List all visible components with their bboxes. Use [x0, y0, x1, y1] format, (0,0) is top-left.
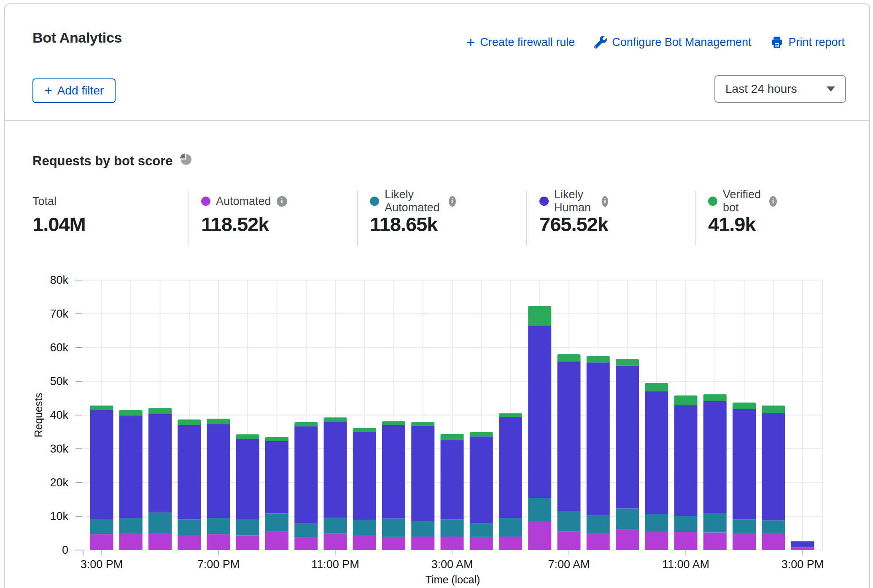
bar-segment-likely-automated[interactable] — [382, 519, 405, 537]
bar-segment-likely-human[interactable] — [294, 426, 318, 523]
bar-segment-automated[interactable] — [382, 537, 405, 550]
bar-segment-likely-automated[interactable] — [674, 516, 698, 532]
bar-segment-verified-bot[interactable] — [528, 306, 551, 326]
bar-segment-verified-bot[interactable] — [178, 419, 201, 425]
bar-segment-likely-automated[interactable] — [411, 522, 434, 537]
bar-segment-verified-bot[interactable] — [90, 406, 113, 410]
bar-segment-automated[interactable] — [119, 534, 143, 550]
bar-segment-likely-automated[interactable] — [324, 518, 347, 534]
bar-segment-likely-automated[interactable] — [528, 498, 551, 521]
bar-segment-likely-human[interactable] — [148, 414, 172, 513]
bar-segment-likely-human[interactable] — [382, 425, 405, 519]
info-icon[interactable]: i — [602, 196, 608, 207]
bar-segment-likely-automated[interactable] — [616, 509, 639, 529]
bar-segment-verified-bot[interactable] — [762, 406, 785, 413]
bar-segment-likely-human[interactable] — [470, 436, 493, 523]
bar-segment-likely-human[interactable] — [528, 326, 551, 498]
bar-segment-likely-automated[interactable] — [703, 513, 727, 532]
info-icon[interactable]: i — [769, 196, 777, 207]
bar-segment-likely-automated[interactable] — [119, 518, 143, 534]
bar-segment-verified-bot[interactable] — [294, 422, 318, 426]
print-report-link[interactable]: Print report — [771, 36, 845, 49]
bar-segment-likely-human[interactable] — [411, 426, 434, 522]
add-filter-button[interactable]: + Add filter — [32, 78, 116, 103]
bar-segment-likely-human[interactable] — [674, 405, 698, 516]
bar-segment-likely-automated[interactable] — [587, 515, 610, 533]
bar-segment-automated[interactable] — [353, 535, 376, 550]
bar-segment-automated[interactable] — [411, 537, 434, 550]
bar-segment-verified-bot[interactable] — [207, 419, 230, 424]
bar-segment-likely-human[interactable] — [178, 425, 201, 519]
bar-segment-verified-bot[interactable] — [587, 356, 610, 362]
bar-segment-automated[interactable] — [178, 535, 201, 550]
bar-segment-likely-automated[interactable] — [236, 519, 259, 535]
bar-segment-automated[interactable] — [674, 532, 698, 550]
bar-segment-automated[interactable] — [470, 537, 493, 550]
time-range-select[interactable]: Last 24 hours — [714, 75, 846, 103]
bar-segment-likely-human[interactable] — [645, 391, 668, 514]
bar-segment-verified-bot[interactable] — [265, 437, 288, 441]
bar-segment-automated[interactable] — [324, 534, 347, 550]
bar-segment-likely-automated[interactable] — [207, 518, 230, 534]
requests-by-bot-score-chart[interactable]: 010k20k30k40k50k60k70k80kRequests3:00 PM… — [26, 264, 849, 588]
bar-segment-verified-bot[interactable] — [674, 396, 698, 405]
bar-segment-likely-automated[interactable] — [178, 519, 201, 535]
bar-segment-likely-automated[interactable] — [148, 512, 172, 533]
bar-segment-verified-bot[interactable] — [353, 428, 376, 432]
bar-segment-likely-human[interactable] — [558, 361, 581, 511]
configure-bot-management-link[interactable]: Configure Bot Management — [594, 36, 751, 49]
bar-segment-verified-bot[interactable] — [616, 359, 639, 365]
bar-segment-verified-bot[interactable] — [645, 383, 668, 391]
bar-segment-automated[interactable] — [587, 533, 610, 550]
create-firewall-rule-link[interactable]: + Create firewall rule — [466, 36, 575, 49]
bar-segment-likely-automated[interactable] — [470, 524, 493, 537]
bar-segment-likely-human[interactable] — [703, 401, 727, 513]
bar-segment-likely-human[interactable] — [90, 410, 113, 519]
bar-segment-likely-human[interactable] — [499, 417, 522, 518]
bar-segment-likely-automated[interactable] — [558, 511, 581, 531]
bar-segment-verified-bot[interactable] — [119, 410, 143, 415]
bar-segment-automated[interactable] — [733, 534, 756, 550]
bar-segment-automated[interactable] — [90, 534, 113, 550]
bar-segment-automated[interactable] — [499, 537, 522, 550]
bar-segment-likely-human[interactable] — [791, 541, 814, 547]
bar-segment-likely-human[interactable] — [616, 365, 639, 508]
bar-segment-verified-bot[interactable] — [558, 354, 581, 361]
bar-segment-automated[interactable] — [616, 529, 639, 550]
bar-segment-automated[interactable] — [441, 537, 464, 550]
info-icon[interactable]: i — [277, 196, 287, 207]
bar-segment-likely-human[interactable] — [324, 421, 347, 518]
bar-segment-likely-automated[interactable] — [353, 520, 376, 535]
bar-segment-verified-bot[interactable] — [470, 432, 493, 436]
bar-segment-verified-bot[interactable] — [441, 434, 464, 440]
info-icon[interactable]: i — [449, 196, 456, 207]
bar-segment-automated[interactable] — [703, 532, 727, 550]
bar-segment-likely-automated[interactable] — [499, 518, 522, 537]
bar-segment-automated[interactable] — [791, 548, 814, 550]
bar-segment-likely-automated[interactable] — [645, 514, 668, 531]
bar-segment-automated[interactable] — [528, 521, 551, 550]
bar-segment-likely-automated[interactable] — [791, 547, 814, 548]
bar-segment-likely-human[interactable] — [353, 432, 376, 520]
bar-segment-likely-automated[interactable] — [90, 519, 113, 534]
bar-segment-likely-automated[interactable] — [762, 521, 785, 534]
bar-segment-automated[interactable] — [207, 534, 230, 550]
bar-segment-verified-bot[interactable] — [703, 394, 727, 401]
bar-segment-likely-automated[interactable] — [265, 514, 288, 532]
bar-segment-automated[interactable] — [762, 534, 785, 550]
bar-segment-automated[interactable] — [645, 531, 668, 550]
bar-segment-automated[interactable] — [236, 536, 259, 550]
bar-segment-automated[interactable] — [148, 533, 172, 550]
bar-segment-likely-automated[interactable] — [441, 519, 464, 537]
bar-segment-automated[interactable] — [294, 537, 318, 550]
bar-segment-likely-automated[interactable] — [733, 519, 756, 534]
bar-segment-verified-bot[interactable] — [148, 408, 172, 414]
bar-segment-verified-bot[interactable] — [733, 402, 756, 409]
bar-segment-likely-human[interactable] — [119, 415, 143, 518]
bar-segment-likely-human[interactable] — [236, 439, 259, 519]
bar-segment-verified-bot[interactable] — [499, 413, 522, 417]
bar-segment-verified-bot[interactable] — [382, 421, 405, 425]
bar-segment-verified-bot[interactable] — [411, 422, 434, 426]
bar-segment-likely-human[interactable] — [733, 409, 756, 520]
bar-segment-likely-human[interactable] — [265, 441, 288, 514]
